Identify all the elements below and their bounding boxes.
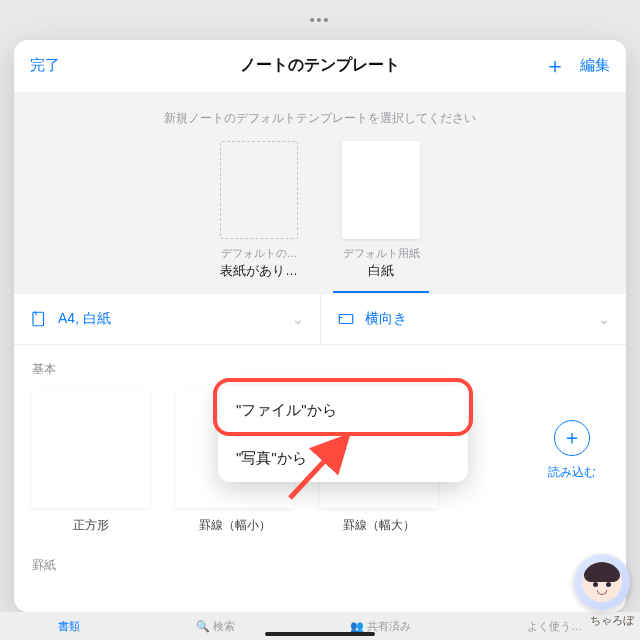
modal-title: ノートのテンプレート bbox=[14, 55, 626, 76]
tab-favorites[interactable]: よく使う… bbox=[527, 619, 582, 634]
paper-thumb bbox=[342, 141, 420, 239]
orientation-label: 横向き bbox=[365, 310, 407, 328]
import-source-popup: "ファイル"から "写真"から bbox=[218, 386, 468, 482]
default-paper-main: 白紙 bbox=[333, 263, 429, 280]
section-basic-label: 基本 bbox=[14, 345, 626, 390]
default-paper-sub: デフォルト用紙 bbox=[333, 247, 429, 261]
add-button[interactable]: ＋ bbox=[544, 55, 566, 77]
popup-from-photos[interactable]: "写真"から bbox=[218, 434, 468, 482]
orientation-selector[interactable]: 横向き ⌄ bbox=[320, 294, 627, 344]
chevron-down-icon: ⌄ bbox=[292, 311, 304, 327]
tile-label: 罫線（幅大） bbox=[320, 518, 438, 533]
import-button[interactable]: ＋ bbox=[554, 420, 590, 456]
plus-icon: ＋ bbox=[562, 424, 582, 451]
default-cover-main: 表紙があり… bbox=[211, 263, 307, 280]
modal-nav: 完了 ノートのテンプレート ＋ 編集 bbox=[14, 40, 626, 92]
default-cover-option[interactable]: デフォルトの… 表紙があり… bbox=[211, 141, 307, 293]
template-tile-square[interactable]: 正方形 bbox=[32, 390, 150, 533]
tile-thumb bbox=[32, 390, 150, 508]
default-paper-option[interactable]: デフォルト用紙 白紙 bbox=[333, 141, 429, 293]
paper-size-selector[interactable]: A4, 白紙 ⌄ bbox=[14, 294, 320, 344]
tab-documents[interactable]: 書類 bbox=[58, 619, 80, 634]
selectors-row: A4, 白紙 ⌄ 横向き ⌄ bbox=[14, 293, 626, 345]
defaults-section: 新規ノートのデフォルトテンプレートを選択してください デフォルトの… 表紙があり… bbox=[14, 92, 626, 293]
orientation-icon bbox=[337, 310, 355, 328]
tile-label: 罫線（幅小） bbox=[176, 518, 294, 533]
tab-search[interactable]: 🔍 検索 bbox=[196, 619, 235, 634]
done-button[interactable]: 完了 bbox=[30, 56, 60, 75]
popup-from-files[interactable]: "ファイル"から bbox=[218, 386, 468, 434]
section-ruled-label: 罫紙 bbox=[14, 533, 626, 586]
svg-rect-0 bbox=[33, 312, 44, 326]
template-modal: 完了 ノートのテンプレート ＋ 編集 新規ノートのデフォルトテンプレートを選択し… bbox=[14, 40, 626, 612]
edit-button[interactable]: 編集 bbox=[580, 56, 610, 75]
paper-size-label: A4, 白紙 bbox=[58, 310, 111, 328]
watermark-text: ちゃろぼ bbox=[590, 613, 634, 628]
chevron-down-icon: ⌄ bbox=[598, 311, 610, 327]
home-indicator bbox=[265, 632, 375, 636]
default-cover-sub: デフォルトの… bbox=[211, 247, 307, 261]
instruction-text: 新規ノートのデフォルトテンプレートを選択してください bbox=[14, 110, 626, 127]
paper-size-icon bbox=[30, 310, 48, 328]
drag-dots-icon: ••• bbox=[310, 12, 331, 28]
import-column: ＋ 読み込む bbox=[536, 420, 608, 481]
avatar-watermark bbox=[574, 554, 630, 610]
cover-thumb-empty bbox=[220, 141, 298, 239]
tile-label: 正方形 bbox=[32, 518, 150, 533]
svg-rect-1 bbox=[339, 314, 353, 323]
import-label: 読み込む bbox=[548, 464, 596, 481]
